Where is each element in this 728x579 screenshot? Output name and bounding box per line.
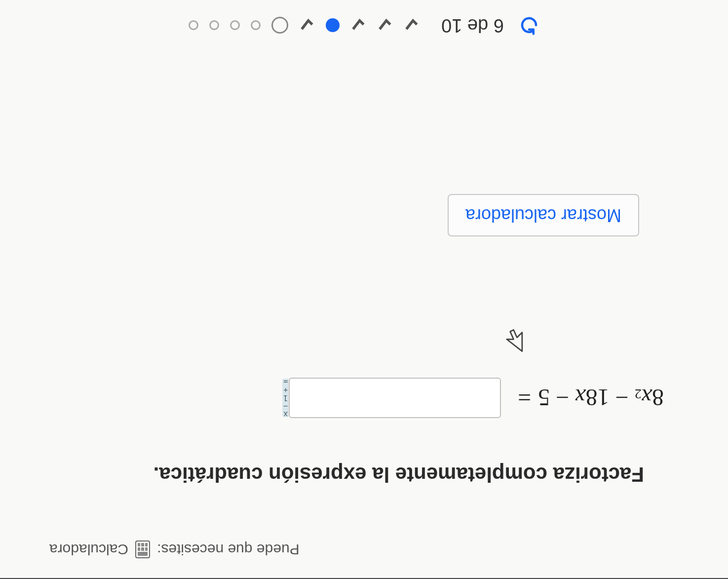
- progress-dot-7[interactable]: [251, 21, 261, 31]
- progress-dots: [189, 17, 420, 34]
- cursor-pointer-icon: [30, 325, 526, 353]
- progress-dot-1[interactable]: [404, 18, 420, 34]
- keypad-line2: + =: [282, 378, 288, 394]
- progress-dot-5[interactable]: [299, 18, 315, 34]
- equation-expression: 8 x 2 − 18 x − 5 =: [511, 385, 664, 412]
- progress-dot-9[interactable]: [209, 21, 219, 31]
- progress-dot-10[interactable]: [189, 21, 198, 31]
- calculator-hint-label: Calculadora: [49, 541, 128, 558]
- progress-dot-3[interactable]: [350, 18, 366, 34]
- progress-dot-4[interactable]: [326, 19, 340, 33]
- question-instruction: Factoriza completamente la expresión cua…: [30, 463, 644, 486]
- equation-row: 8 x 2 − 18 x − 5 = x − 1 + =: [30, 378, 664, 418]
- math-keypad-toggle[interactable]: x − 1 + =: [282, 379, 288, 417]
- calculator-icon: [135, 540, 150, 558]
- progress-dot-6[interactable]: [271, 17, 288, 34]
- answer-box[interactable]: x − 1 + =: [289, 378, 501, 418]
- show-calculator-button[interactable]: Mostrar calculadora: [448, 194, 639, 236]
- restart-icon[interactable]: [519, 15, 539, 36]
- answer-input[interactable]: [288, 379, 500, 417]
- progress-dot-8[interactable]: [230, 21, 240, 31]
- progress-text: 6 de 10: [441, 15, 504, 36]
- may-need-label: Puede que necesites:: [157, 541, 300, 558]
- keypad-line1: x − 1: [282, 394, 288, 419]
- progress-bar: 6 de 10: [0, 15, 728, 36]
- progress-dot-2[interactable]: [377, 18, 393, 34]
- tools-hint-row: Puede que necesites: Calculadora: [49, 540, 698, 558]
